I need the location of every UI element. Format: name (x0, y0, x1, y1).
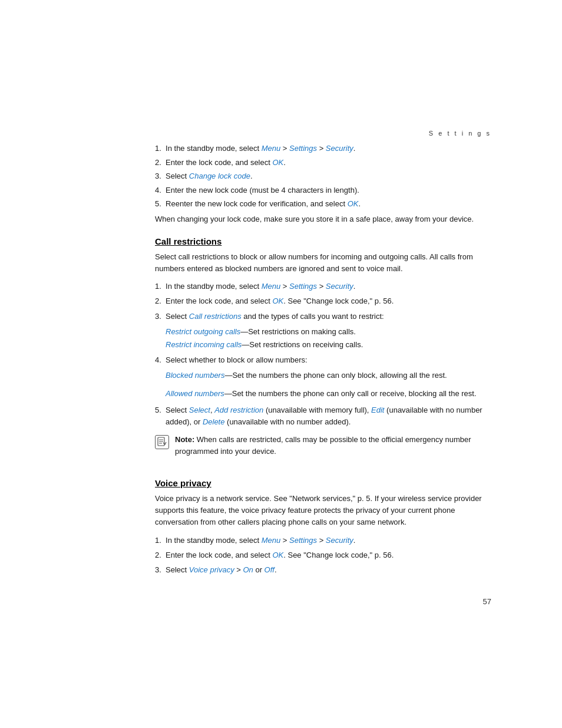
call-restrictions-heading: Call restrictions (155, 236, 491, 246)
edit-link[interactable]: Edit (371, 406, 384, 414)
allowed-numbers-link[interactable]: Allowed numbers (166, 389, 224, 398)
note-text: Note: When calls are restricted, calls m… (175, 434, 491, 457)
list-item: 1. In the standby mode, select Menu > Se… (155, 143, 491, 154)
blocked-numbers-item: Blocked numbers—Set the numbers the phon… (166, 370, 491, 381)
security-link[interactable]: Security (326, 144, 353, 153)
list-item: 2. Enter the lock code, and select OK. S… (155, 295, 491, 307)
page-header: S e t t i n g s (0, 0, 562, 143)
security-link-vp1[interactable]: Security (326, 536, 353, 545)
settings-link-cr1[interactable]: Settings (289, 282, 317, 291)
delete-link[interactable]: Delete (203, 417, 225, 426)
voice-privacy-intro: Voice privacy is a network service. See … (155, 493, 491, 528)
voice-privacy-heading: Voice privacy (155, 478, 491, 488)
page-number-value: 57 (483, 597, 491, 606)
ok-link-2[interactable]: OK (348, 199, 359, 208)
section-title: S e t t i n g s (429, 130, 491, 137)
content-area: 1. In the standby mode, select Menu > Se… (0, 143, 562, 576)
list-item: 2. Enter the lock code, and select OK. (155, 157, 491, 169)
restrict-incoming-item: Restrict incoming calls—Set restrictions… (166, 339, 491, 351)
page-number: 57 (0, 579, 562, 618)
blocked-numbers-link[interactable]: Blocked numbers (166, 371, 224, 380)
menu-link-cr1[interactable]: Menu (262, 282, 281, 291)
block-allow-sub-items: Blocked numbers—Set the numbers the phon… (155, 370, 491, 400)
restrict-outgoing-item: Restrict outgoing calls—Set restrictions… (166, 326, 491, 338)
settings-link[interactable]: Settings (289, 144, 317, 153)
intro-note: When changing your lock code, make sure … (155, 213, 491, 225)
ok-link[interactable]: OK (272, 158, 283, 167)
note-box: Note: When calls are restricted, calls m… (155, 434, 491, 457)
add-restriction-link[interactable]: Add restriction (214, 406, 263, 414)
list-item: 2. Enter the lock code, and select OK. S… (155, 549, 491, 561)
menu-link[interactable]: Menu (262, 144, 281, 153)
list-item: 5. Reenter the new lock code for verific… (155, 198, 491, 210)
on-link[interactable]: On (243, 565, 253, 574)
list-item-step4: 4. Select whether to block or allow numb… (155, 354, 491, 366)
list-item: 3. Select Voice privacy > On or Off. (155, 564, 491, 576)
restrict-incoming-link[interactable]: Restrict incoming calls (166, 340, 242, 349)
page-container: S e t t i n g s 1. In the standby mode, … (0, 0, 562, 728)
intro-steps: 1. In the standby mode, select Menu > Se… (155, 143, 491, 225)
voice-privacy-link[interactable]: Voice privacy (189, 565, 234, 574)
ok-link-vp2[interactable]: OK (272, 551, 283, 559)
ok-link-cr2[interactable]: OK (272, 297, 283, 305)
restrict-sub-items: Restrict outgoing calls—Set restrictions… (155, 326, 491, 351)
off-link[interactable]: Off (265, 565, 275, 574)
note-svg-icon (157, 437, 167, 447)
list-item: 4. Enter the new lock code (must be 4 ch… (155, 185, 491, 196)
settings-link-vp1[interactable]: Settings (289, 536, 317, 545)
call-restrictions-link[interactable]: Call restrictions (189, 312, 242, 321)
security-link-cr1[interactable]: Security (326, 282, 353, 291)
list-item-step5: 5. Select Select, Add restriction (unava… (155, 404, 491, 428)
list-item: 3. Select Call restrictions and the type… (155, 311, 491, 322)
note-label: Note: (175, 435, 194, 444)
allowed-numbers-item: Allowed numbers—Set the numbers the phon… (166, 388, 491, 400)
call-restrictions-intro: Select call restrictions to block or all… (155, 251, 491, 275)
restrict-outgoing-link[interactable]: Restrict outgoing calls (166, 327, 240, 336)
voice-privacy-section: Voice privacy Voice privacy is a network… (155, 478, 491, 576)
call-restrictions-section: Call restrictions Select call restrictio… (155, 236, 491, 457)
list-item: 1. In the standby mode, select Menu > Se… (155, 281, 491, 292)
menu-link-vp1[interactable]: Menu (262, 536, 281, 545)
list-item: 3. Select Change lock code. (155, 170, 491, 182)
note-icon (155, 435, 169, 449)
change-lock-code-link[interactable]: Change lock code (189, 172, 250, 180)
list-item: 1. In the standby mode, select Menu > Se… (155, 535, 491, 546)
select-link[interactable]: Select (189, 406, 210, 414)
note-body: When calls are restricted, calls may be … (175, 435, 471, 456)
